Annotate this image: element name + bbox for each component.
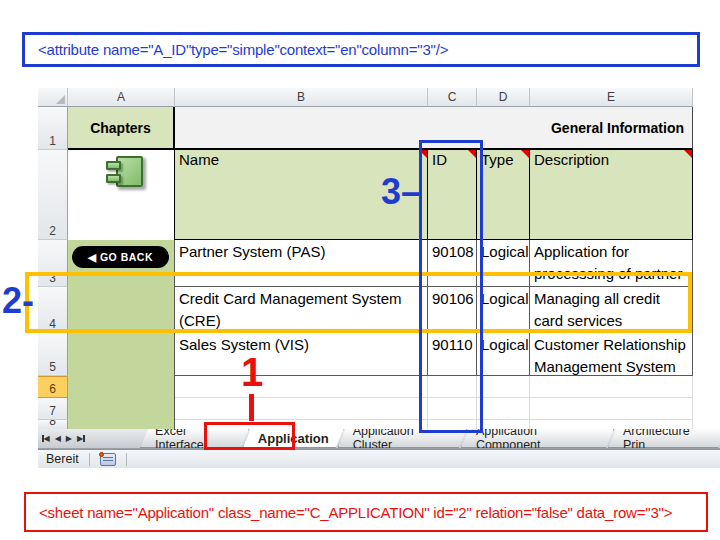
callout-1-pointer-line <box>249 394 254 421</box>
empty-cell[interactable] <box>477 398 530 420</box>
cell-type[interactable]: Logical <box>477 333 530 376</box>
row-header-1[interactable]: 1 <box>38 107 68 150</box>
cell-chapters[interactable]: Chapters <box>68 107 175 150</box>
sheet-xml-code: <sheet name="Application" class_name="C_… <box>39 504 672 521</box>
empty-cell[interactable] <box>175 398 428 420</box>
status-text: Bereit <box>38 452 89 466</box>
select-all-triangle-icon <box>56 95 65 104</box>
tab-application-component[interactable]: Application Component <box>461 429 614 448</box>
column-c-highlight-rectangle <box>419 140 483 433</box>
cell-header-description[interactable]: Description <box>530 150 693 240</box>
go-back-button[interactable]: ◀ GO BACK <box>72 246 169 268</box>
next-sheet-icon[interactable]: ▶ <box>66 434 72 443</box>
column-header-a[interactable]: A <box>68 88 175 107</box>
column-header-c[interactable]: C <box>428 88 477 107</box>
empty-cell[interactable] <box>477 420 530 429</box>
comment-triangle-icon <box>684 150 692 158</box>
row4-highlight-rectangle <box>25 272 692 333</box>
last-sheet-icon[interactable]: ▶ <box>77 434 85 443</box>
empty-cell[interactable] <box>530 420 693 429</box>
row-header-2[interactable]: 2 <box>38 150 68 240</box>
row-header-7[interactable]: 7 <box>38 398 68 420</box>
row-1: 1 Chapters General Information <box>38 107 720 150</box>
first-sheet-icon[interactable]: ◀ <box>42 434 50 443</box>
column-header-d[interactable]: D <box>477 88 530 107</box>
cell-header-type[interactable]: Type <box>477 150 530 240</box>
attribute-xml-code-box: <attribute name="A_ID"type="simple"conte… <box>22 32 700 67</box>
column-header-row: A B C D E <box>38 88 720 107</box>
attribute-xml-code: <attribute name="A_ID"type="simple"conte… <box>38 41 448 58</box>
select-all-corner[interactable] <box>38 88 68 107</box>
cell-description[interactable]: Customer Relationship Management System … <box>530 333 693 376</box>
column-header-e[interactable]: E <box>530 88 693 107</box>
callout-3-label: 3– <box>381 174 421 210</box>
row-header-6[interactable]: 6 <box>38 376 68 398</box>
column-a-band: ◀ GO BACK <box>68 240 175 429</box>
macro-record-icon[interactable] <box>100 453 116 466</box>
page: <attribute name="A_ID"type="simple"conte… <box>0 0 720 540</box>
comment-triangle-icon <box>521 150 529 158</box>
previous-sheet-icon[interactable]: ◀ <box>55 434 61 443</box>
callout-2-label: 2- <box>2 283 34 319</box>
component-icon <box>106 154 144 196</box>
column-header-b[interactable]: B <box>175 88 428 107</box>
empty-cell[interactable] <box>530 398 693 420</box>
row-2: 2 Name ID Type Description <box>38 150 720 240</box>
tab-navigation: ◀ ◀ ▶ ▶ <box>38 429 140 448</box>
cell-name[interactable]: Sales System (VIS) <box>175 333 428 376</box>
status-bar: Bereit <box>38 449 720 468</box>
cell-component-icon[interactable] <box>68 150 175 240</box>
empty-cell[interactable] <box>175 376 428 398</box>
row-header-5[interactable]: 5 <box>38 333 68 376</box>
application-tab-highlight-rectangle <box>204 422 295 450</box>
empty-cell[interactable] <box>477 376 530 398</box>
row-header-8[interactable]: 8 <box>38 420 68 429</box>
sheet-xml-code-box: <sheet name="Application" class_name="C_… <box>24 492 708 532</box>
empty-cell[interactable] <box>530 376 693 398</box>
sheet-tab-bar: ◀ ◀ ▶ ▶ Excel Interface Application Appl… <box>38 429 720 449</box>
tab-architecture-principle[interactable]: Architecture Prin <box>608 429 720 448</box>
callout-1-label: 1 <box>241 352 263 392</box>
